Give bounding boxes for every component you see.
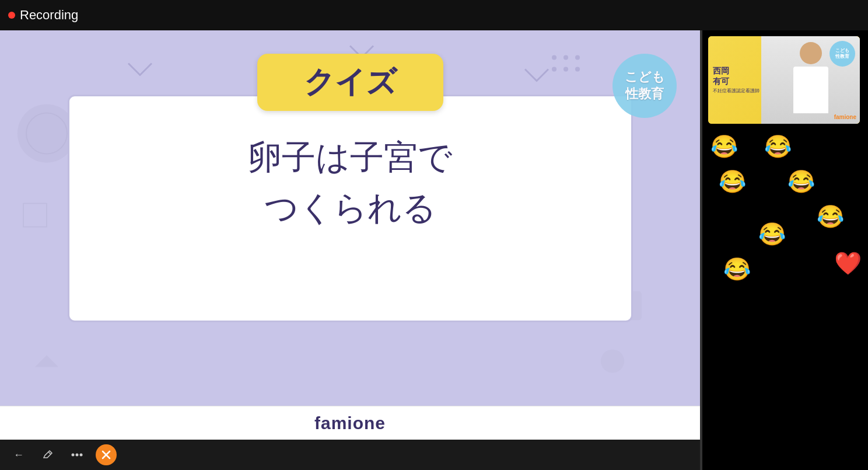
emoji-reaction: 😂 [817, 206, 844, 228]
separator [700, 30, 702, 470]
emoji-reaction: 😂 [764, 135, 792, 158]
close-button[interactable] [96, 444, 117, 465]
edit-button[interactable] [37, 444, 58, 465]
emoji-area: 😂😂😂😂😂😂❤️😂 [700, 124, 868, 470]
brand-logo-area: famione [0, 406, 700, 440]
emoji-reaction: ❤️ [834, 252, 862, 274]
quiz-title-text: クイズ [304, 65, 397, 99]
speaker-video: 西岡 有可 不妊症看護認定看護師 こども性教育 famione [708, 36, 860, 124]
close-icon [102, 450, 111, 459]
emoji-reaction: 😂 [758, 223, 786, 245]
main-content: こども性教育 クイズ 卵子は子宮で つくられる famione ← [0, 30, 700, 470]
speaker-name: 西岡 有可 [713, 65, 760, 86]
recording-dot [8, 12, 15, 19]
more-button[interactable] [66, 444, 88, 465]
quiz-title-box: クイズ [257, 54, 443, 111]
speaker-name-card: 西岡 有可 不妊症看護認定看護師 [713, 65, 760, 94]
person-head [800, 42, 822, 64]
person-silhouette [788, 42, 834, 118]
right-panel: 西岡 有可 不妊症看護認定看護師 こども性教育 famione 😂😂😂😂😂😂❤️… [700, 30, 868, 470]
brand-logo: famione [314, 413, 386, 433]
svg-point-16 [80, 454, 83, 457]
top-bar: Recording [0, 0, 868, 30]
back-button[interactable]: ← [8, 444, 29, 465]
emoji-reaction: 😂 [788, 170, 815, 193]
bottom-toolbar: ← [0, 440, 700, 470]
content-box: 卵子は子宮で つくられる [68, 95, 633, 322]
kodomo-badge: こども性教育 [612, 54, 677, 118]
quiz-question: 卵子は子宮で つくられる [248, 131, 452, 233]
more-icon [71, 453, 83, 457]
svg-point-14 [72, 454, 75, 457]
emoji-reaction: 😂 [719, 170, 746, 193]
emoji-reaction: 😂 [723, 258, 751, 280]
slide-inner: クイズ 卵子は子宮で つくられる [18, 48, 682, 388]
svg-line-13 [48, 452, 51, 454]
kodomo-badge-text: こども性教育 [625, 69, 665, 102]
speaker-role: 不妊症看護認定看護師 [713, 88, 760, 95]
speaker-badge: こども性教育 [830, 41, 855, 67]
person-body [793, 67, 828, 113]
svg-point-15 [76, 454, 79, 457]
slide-area: こども性教育 クイズ 卵子は子宮で つくられる [0, 30, 700, 406]
emoji-reaction: 😂 [710, 135, 738, 158]
famione-badge: famione [834, 114, 856, 120]
edit-icon [43, 450, 53, 460]
recording-label: Recording [20, 8, 78, 23]
